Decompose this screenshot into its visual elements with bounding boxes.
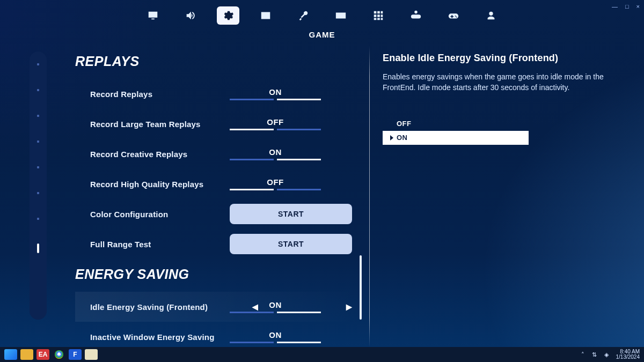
settings-top-tabs xyxy=(0,6,644,25)
chevron-right-icon[interactable]: ▶ xyxy=(346,302,352,311)
toggle-track xyxy=(230,129,321,130)
row-idle-energy-saving[interactable]: Idle Energy Saving (Frontend) ◀ ON ▶ xyxy=(75,292,360,322)
gear-icon xyxy=(222,10,234,21)
row-label: Full Range Test xyxy=(90,240,230,249)
toggle-value: OFF xyxy=(230,178,321,187)
tray-network-icon[interactable]: ⇅ xyxy=(592,351,597,358)
rail-tick[interactable] xyxy=(37,192,39,194)
toggle-value: ON xyxy=(230,147,321,157)
help-option-off[interactable]: OFF xyxy=(383,117,529,131)
tab-hud[interactable] xyxy=(367,6,390,25)
taskbar-app[interactable] xyxy=(85,349,98,360)
wrench-gear-icon xyxy=(297,10,309,21)
rail-tick[interactable] xyxy=(37,166,39,168)
toggle-value: OFF xyxy=(230,117,321,127)
taskbar-fortnite[interactable]: F xyxy=(69,349,82,360)
row-label: Color Configuration xyxy=(90,210,230,219)
row-record-replays[interactable]: Record Replays ON xyxy=(75,79,360,109)
toggle[interactable]: ON xyxy=(230,147,321,160)
rail-tick[interactable] xyxy=(37,218,39,220)
start-button-range[interactable]: START xyxy=(230,234,352,254)
rail-tick[interactable] xyxy=(37,63,39,65)
row-label: Record Large Team Replays xyxy=(90,120,230,129)
rail-tick[interactable] xyxy=(37,141,39,143)
help-title: Enable Idle Energy Saving (Frontend) xyxy=(383,53,624,64)
tab-display[interactable] xyxy=(142,6,164,25)
keyboard-icon xyxy=(335,10,347,21)
tab-keyboard[interactable] xyxy=(330,6,352,25)
help-body: Enables energy savings when the game goe… xyxy=(383,71,619,93)
toggle[interactable]: ON xyxy=(230,300,321,313)
tab-devgame[interactable] xyxy=(405,6,427,25)
toggle-value: ON xyxy=(230,330,321,339)
toggle-track xyxy=(230,189,321,190)
chrome-icon xyxy=(55,350,63,359)
toggle[interactable]: OFF xyxy=(230,178,321,190)
tray-chevron-icon[interactable]: ˄ xyxy=(581,351,584,358)
help-option-on[interactable]: ON xyxy=(383,131,529,145)
row-full-range: Full Range Test START xyxy=(75,229,360,259)
column-divider xyxy=(369,46,370,347)
tab-diagnostics[interactable] xyxy=(292,6,314,25)
toggle-track xyxy=(230,342,321,343)
row-color-config: Color Configuration START xyxy=(75,199,360,229)
rail-tick[interactable] xyxy=(37,89,39,91)
row-label: Record Creative Replays xyxy=(90,150,230,159)
row-record-creative[interactable]: Record Creative Replays ON xyxy=(75,139,360,169)
toggle-track xyxy=(230,312,321,313)
toggle-value: ON xyxy=(230,300,321,309)
row-record-large-team[interactable]: Record Large Team Replays OFF xyxy=(75,109,360,139)
help-option-label: OFF xyxy=(397,120,412,128)
taskbar-chrome[interactable] xyxy=(53,349,65,360)
tab-audio[interactable] xyxy=(179,6,202,25)
toggle-track xyxy=(230,159,321,160)
monitor-icon xyxy=(147,10,159,21)
toggle[interactable]: OFF xyxy=(230,117,321,130)
toggle-value: ON xyxy=(230,87,321,97)
toggle[interactable]: ON xyxy=(230,330,321,343)
tray-sound-icon[interactable]: ◈ xyxy=(604,351,609,358)
controller-icon xyxy=(448,10,459,21)
taskbar-ea-app[interactable]: EA xyxy=(36,349,49,360)
windows-taskbar[interactable]: EA F ˄ ⇅ ◈ 8:40 AM 1/13/2024 xyxy=(0,347,644,362)
section-title-energy: Energy Saving xyxy=(75,267,360,282)
volume-icon xyxy=(185,10,196,21)
taskbar-explorer[interactable] xyxy=(20,349,33,360)
toggle-track xyxy=(230,99,321,100)
help-panel: Enable Idle Energy Saving (Frontend) Ena… xyxy=(379,46,630,347)
toggle[interactable]: ON xyxy=(230,87,321,100)
active-tab-label: GAME xyxy=(0,30,644,39)
row-label: Record High Quality Replays xyxy=(90,180,230,189)
tab-controller[interactable] xyxy=(442,6,465,25)
settings-main: Replays Record Replays ON Record Large T… xyxy=(59,46,630,347)
tab-account[interactable] xyxy=(480,6,502,25)
start-button[interactable] xyxy=(4,349,17,360)
clock-date: 1/13/2024 xyxy=(616,354,640,360)
help-option-label: ON xyxy=(397,134,408,142)
gear-pad-icon xyxy=(410,10,422,21)
section-index-rail[interactable] xyxy=(30,51,47,320)
card-icon xyxy=(260,10,272,21)
rail-tick[interactable] xyxy=(37,115,39,117)
start-button-color[interactable]: START xyxy=(230,204,352,224)
row-label: Inactive Window Energy Saving xyxy=(90,333,230,342)
caret-right-icon xyxy=(390,135,393,141)
section-title-replays: Replays xyxy=(75,54,360,69)
settings-list: Replays Record Replays ON Record Large T… xyxy=(59,46,360,347)
tab-ui[interactable] xyxy=(254,6,277,25)
tab-game[interactable] xyxy=(217,6,239,25)
row-label: Idle Energy Saving (Frontend) xyxy=(90,302,230,312)
help-option-list: OFF ON xyxy=(383,117,529,145)
person-icon xyxy=(485,10,497,21)
grid-icon xyxy=(372,10,384,21)
system-clock[interactable]: 8:40 AM 1/13/2024 xyxy=(616,349,640,360)
row-record-hq[interactable]: Record High Quality Replays OFF xyxy=(75,169,360,199)
rail-tick-active[interactable] xyxy=(37,243,39,253)
settings-scrollbar[interactable] xyxy=(360,255,362,320)
row-label: Record Replays xyxy=(90,90,230,99)
